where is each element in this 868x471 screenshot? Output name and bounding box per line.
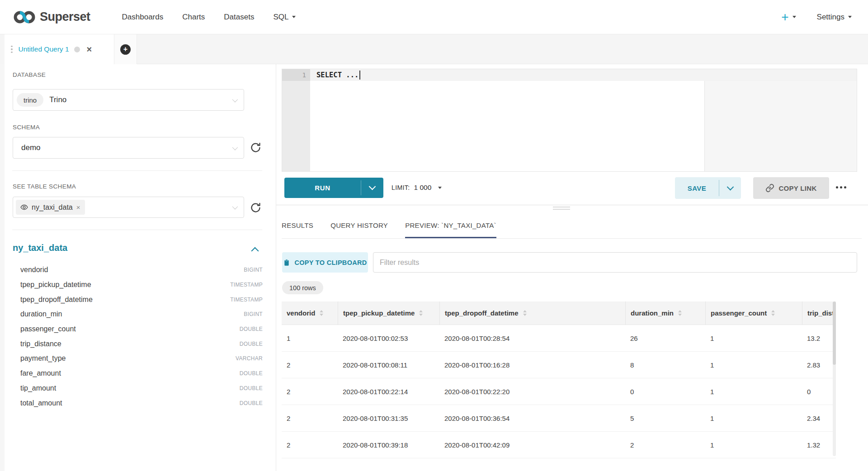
refresh-schemas-button[interactable] — [250, 141, 262, 154]
sql-code-editor[interactable]: 1 SELECT ... — [282, 69, 857, 172]
add-tab-button[interactable]: + — [114, 34, 137, 64]
sort-icon — [320, 310, 323, 316]
chevron-down-icon — [232, 96, 238, 102]
clipboard-icon — [283, 259, 290, 266]
sidebar-divider — [12, 170, 262, 171]
collapse-table-icon[interactable] — [251, 247, 259, 255]
sql-lab-sidebar: DATABASE trino Trino SCHEMA demo SEE TAB… — [5, 64, 276, 471]
filter-results-input[interactable] — [373, 252, 857, 273]
new-item-menu[interactable]: + — [781, 11, 796, 24]
copy-link-button[interactable]: COPY LINK — [753, 177, 829, 199]
table-schema-title: ny_taxi_data — [13, 243, 67, 253]
refresh-tables-button[interactable] — [250, 202, 262, 214]
table-schema-label: SEE TABLE SCHEMA — [13, 183, 76, 190]
table-row: 2 2020-08-01T00:31:35 2020-08-01T00:36:5… — [282, 405, 836, 432]
line-number: 1 — [282, 69, 310, 81]
column-row: passenger_countDOUBLE — [20, 322, 263, 337]
column-row: duration_minBIGINT — [20, 307, 263, 322]
schema-value: demo — [21, 143, 41, 152]
chevron-down-icon — [726, 183, 734, 190]
close-tab-icon[interactable]: × — [87, 45, 92, 54]
sort-icon — [419, 310, 423, 316]
superset-logo-icon[interactable] — [14, 10, 35, 24]
table-row: 2 2020-08-01T00:39:18 2020-08-01T00:42:0… — [282, 432, 836, 458]
plus-circle-icon: + — [120, 44, 131, 55]
sidebar-divider — [12, 230, 262, 230]
save-options-button[interactable] — [719, 177, 741, 199]
print-margin-area — [704, 69, 857, 171]
selected-table-tag[interactable]: ny_taxi_data × — [16, 200, 85, 215]
editor-results-pane: 1 SELECT ... RUN LIMIT: 1 000 SAVE — [276, 64, 868, 471]
brand-name[interactable]: Superset — [40, 10, 90, 24]
copy-to-clipboard-button[interactable]: COPY TO CLIPBOARD — [282, 252, 368, 273]
query-tab-strip: Untitled Query 1 × + — [0, 34, 868, 64]
table-tag-label: ny_taxi_data — [32, 203, 73, 212]
active-line-highlight — [310, 69, 857, 81]
column-row: vendoridBIGINT — [20, 263, 263, 278]
chevron-down-icon — [848, 16, 852, 18]
chevron-down-icon — [292, 16, 296, 18]
tab-results[interactable]: RESULTS — [282, 217, 313, 238]
table-header-row: vendorid tpep_pickup_datetime tpep_dropo… — [282, 301, 836, 325]
results-tab-bar: RESULTS QUERY HISTORY PREVIEW: `NY_TAXI_… — [282, 217, 862, 239]
column-row: payment_typeVARCHAR — [20, 351, 263, 366]
row-count-badge: 100 rows — [282, 281, 323, 294]
table-scrollbar[interactable] — [833, 301, 836, 456]
sort-icon — [523, 310, 527, 316]
column-row: tpep_dropoff_datetimeTIMESTAMP — [20, 292, 263, 307]
refresh-icon — [250, 141, 262, 154]
refresh-icon — [250, 202, 262, 214]
table-row: 2 2020-08-01T00:22:14 2020-08-01T00:22:2… — [282, 378, 836, 405]
run-options-button[interactable] — [361, 178, 383, 198]
nav-charts[interactable]: Charts — [182, 13, 205, 22]
save-query-button[interactable]: SAVE — [675, 177, 741, 199]
chevron-down-icon — [438, 187, 442, 189]
header-tpep-pickup-datetime[interactable]: tpep_pickup_datetime — [338, 301, 439, 325]
header-duration-min[interactable]: duration_min — [625, 301, 705, 325]
eye-icon — [20, 203, 28, 211]
more-options-button[interactable] — [836, 186, 846, 188]
schema-label: SCHEMA — [13, 124, 40, 131]
nav-sql-menu[interactable]: SQL — [273, 13, 296, 22]
database-select[interactable]: trino Trino — [13, 89, 244, 111]
drag-grip-icon[interactable] — [11, 46, 13, 53]
table-select[interactable]: ny_taxi_data × — [13, 197, 244, 218]
scrollbar-thumb[interactable] — [833, 301, 836, 365]
column-row: tpep_pickup_datetimeTIMESTAMP — [20, 278, 263, 292]
text-cursor — [359, 71, 360, 80]
column-row: fare_amountDOUBLE — [20, 366, 263, 381]
header-passenger-count[interactable]: passenger_count — [705, 301, 802, 325]
table-row: 2 2020-08-01T00:08:11 2020-08-01T00:16:2… — [282, 352, 836, 378]
table-row: 1 2020-08-01T00:02:53 2020-08-01T00:28:5… — [282, 325, 836, 352]
sql-lab-page: Superset Dashboards Charts Datasets SQL … — [0, 0, 868, 471]
plus-icon: + — [781, 11, 788, 24]
header-tpep-dropoff-datetime[interactable]: tpep_dropoff_datetime — [439, 301, 625, 325]
settings-menu[interactable]: Settings — [817, 13, 852, 22]
sort-icon — [771, 310, 775, 316]
pane-divider — [276, 205, 868, 205]
sort-icon — [678, 310, 682, 316]
database-label: DATABASE — [13, 71, 46, 78]
database-value: Trino — [49, 95, 66, 104]
resize-grip[interactable] — [553, 207, 570, 210]
header-vendorid[interactable]: vendorid — [282, 301, 338, 325]
tab-untitled-query-1[interactable]: Untitled Query 1 × — [5, 34, 114, 64]
query-tab-label: Untitled Query 1 — [19, 45, 69, 53]
schema-select[interactable]: demo — [13, 137, 244, 159]
chevron-down-icon — [369, 183, 376, 190]
tab-preview-ny-taxi-data[interactable]: PREVIEW: `NY_TAXI_DATA` — [405, 217, 496, 238]
limit-dropdown[interactable]: LIMIT: 1 000 — [392, 181, 442, 194]
run-query-button[interactable]: RUN — [284, 178, 383, 198]
preview-data-table: vendorid tpep_pickup_datetime tpep_dropo… — [282, 301, 836, 458]
header-trip-distance[interactable]: trip_distance — [802, 301, 836, 325]
nav-dashboards[interactable]: Dashboards — [122, 13, 164, 22]
table-columns-list: vendoridBIGINT tpep_pickup_datetimeTIMES… — [20, 263, 263, 410]
unsaved-state-dot — [74, 47, 80, 52]
nav-datasets[interactable]: Datasets — [224, 13, 254, 22]
editor-gutter: 1 — [282, 69, 310, 171]
tab-query-history[interactable]: QUERY HISTORY — [330, 217, 388, 238]
column-row: total_amountDOUBLE — [20, 396, 263, 410]
top-navbar: Superset Dashboards Charts Datasets SQL … — [0, 0, 868, 34]
remove-table-icon[interactable]: × — [76, 204, 80, 211]
link-icon — [765, 184, 774, 193]
